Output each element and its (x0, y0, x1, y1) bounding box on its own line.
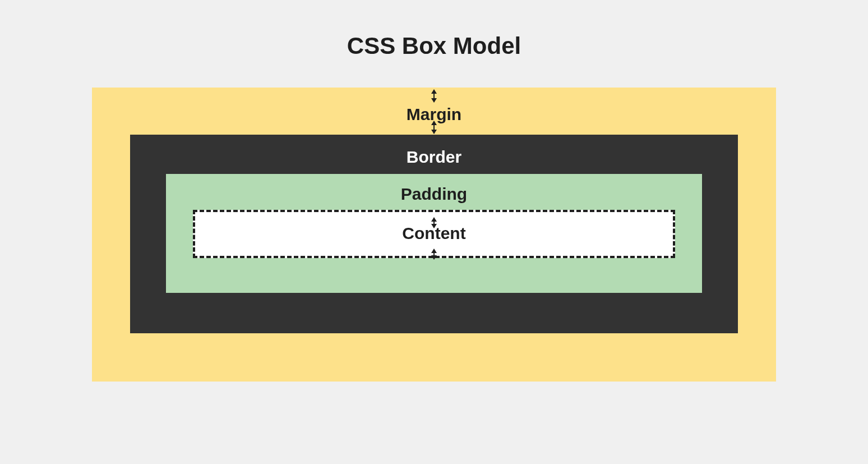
padding-label: Padding (193, 180, 675, 210)
diagram-page: CSS Box Model Margin Border Padding Cont… (0, 0, 868, 464)
arrow-up-down-icon (433, 121, 435, 134)
arrow-up-down-icon (433, 249, 435, 259)
border-label: Border (166, 140, 702, 174)
border-layer: Border Padding Content (130, 135, 738, 333)
diagram-title: CSS Box Model (347, 33, 521, 59)
padding-layer: Padding Content (166, 174, 702, 293)
arrow-up-down-icon (433, 90, 435, 102)
box-model-diagram: Margin Border Padding Content (92, 88, 776, 382)
arrow-up-down-icon (433, 218, 435, 228)
